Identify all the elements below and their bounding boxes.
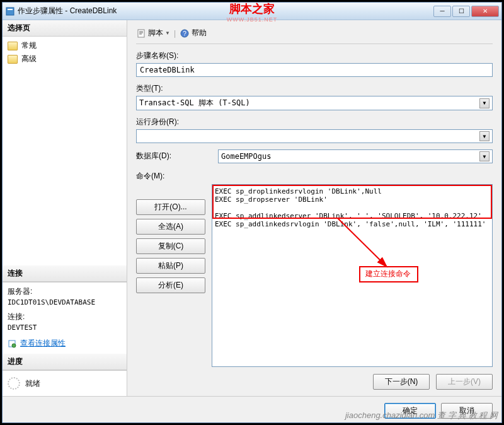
script-icon xyxy=(136,28,146,38)
dialog-window: 作业步骤属性 - CreateDBLink ─ ☐ ✕ 选择页 常规 高级 连接… xyxy=(2,2,502,423)
footer-watermark: jiaocheng.chazidian.com 查 字 典 教 程 网 xyxy=(345,410,498,421)
svg-rect-1 xyxy=(8,9,13,10)
open-button[interactable]: 打开(O)... xyxy=(136,199,205,215)
script-button[interactable]: 脚本▼ xyxy=(136,28,170,38)
status-ready: 就绪 xyxy=(25,378,40,389)
app-icon xyxy=(5,6,15,16)
annotation-callout-text: 建立连接命令 xyxy=(365,269,411,279)
connection-header: 连接 xyxy=(3,265,127,282)
view-connection-props-link[interactable]: 查看连接属性 xyxy=(20,338,66,349)
close-button[interactable]: ✕ xyxy=(471,6,499,17)
right-panel: 脚本▼ | ?帮助 步骤名称(S): 类型(T): Transact-SQL 脚… xyxy=(127,20,501,396)
maximize-button[interactable]: ☐ xyxy=(452,6,470,17)
next-button[interactable]: 下一步(N) xyxy=(373,374,430,390)
chevron-down-icon: ▼ xyxy=(479,151,490,161)
parse-button[interactable]: 分析(E) xyxy=(136,277,205,293)
server-label: 服务器: xyxy=(8,286,122,297)
toolbar: 脚本▼ | ?帮助 xyxy=(136,25,493,44)
connection-value: DEVTEST xyxy=(8,323,122,332)
page-icon xyxy=(8,55,18,64)
database-label: 数据库(D): xyxy=(136,149,205,161)
chevron-down-icon: ▼ xyxy=(479,131,490,141)
page-advanced[interactable]: 高级 xyxy=(5,52,124,66)
page-icon xyxy=(8,42,18,50)
server-value: IDC1DT01S\DEVDATABASE xyxy=(8,298,122,306)
left-panel: 选择页 常规 高级 连接 服务器: IDC1DT01S\DEVDATABASE … xyxy=(3,20,127,396)
prev-button: 上一步(V) xyxy=(436,374,493,390)
runas-label: 运行身份(R): xyxy=(136,117,493,127)
database-combo[interactable]: GomeEMPOgus▼ xyxy=(218,149,493,163)
svg-rect-0 xyxy=(6,8,14,15)
type-label: 类型(T): xyxy=(136,83,493,94)
minimize-button[interactable]: ─ xyxy=(433,6,451,17)
command-textarea[interactable] xyxy=(212,184,493,367)
chevron-down-icon: ▼ xyxy=(479,98,490,108)
progress-header: 进度 xyxy=(3,354,127,370)
window-title: 作业步骤属性 - CreateDBLink xyxy=(18,6,433,16)
type-combo[interactable]: Transact-SQL 脚本 (T-SQL)▼ xyxy=(136,96,493,110)
help-icon: ? xyxy=(180,28,190,38)
step-name-input[interactable] xyxy=(136,63,493,77)
chevron-down-icon: ▼ xyxy=(165,30,170,36)
command-label: 命令(M): xyxy=(136,170,205,182)
svg-point-3 xyxy=(12,344,16,347)
link-icon xyxy=(8,339,18,349)
copy-button[interactable]: 复制(C) xyxy=(136,238,205,254)
titlebar[interactable]: 作业步骤属性 - CreateDBLink ─ ☐ ✕ xyxy=(3,3,501,20)
runas-combo[interactable]: ▼ xyxy=(136,129,493,143)
connection-label: 连接: xyxy=(8,311,122,322)
page-general[interactable]: 常规 xyxy=(5,39,124,52)
step-name-label: 步骤名称(S): xyxy=(136,50,493,61)
help-button[interactable]: ?帮助 xyxy=(180,28,207,38)
svg-text:?: ? xyxy=(183,30,186,37)
select-all-button[interactable]: 全选(A) xyxy=(136,219,205,235)
svg-rect-4 xyxy=(138,30,144,37)
paste-button[interactable]: 粘贴(P) xyxy=(136,258,205,274)
select-page-header: 选择页 xyxy=(3,20,127,37)
spinner-icon xyxy=(8,377,20,390)
